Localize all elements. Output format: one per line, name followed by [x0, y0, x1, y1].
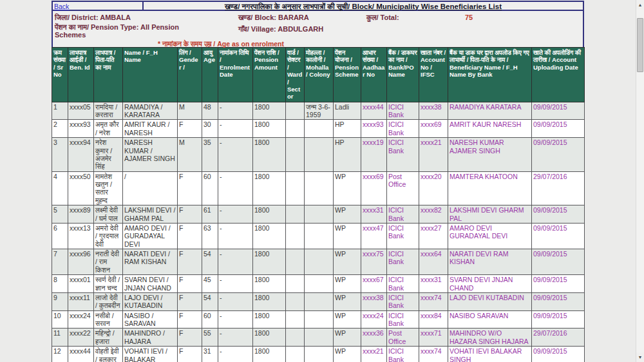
table-cell: 7 — [52, 249, 68, 275]
table-cell: 09/09/2015 — [532, 275, 585, 293]
table-cell: - — [218, 171, 253, 205]
table-cell: HP — [334, 120, 361, 138]
scroll-up-icon[interactable]: ▲ — [636, 0, 644, 10]
table-cell: महिन्द्रो / हजारा — [94, 329, 123, 347]
table-row: 3xxxx94नरेश कुमार / अजमेर सिंहNARESH KUM… — [52, 138, 585, 172]
table-row: 1xxxx05रामदिया / करताराRAMADIYA / KARATA… — [52, 102, 585, 120]
table-cell: WP — [334, 249, 361, 275]
table-cell — [286, 310, 305, 329]
table-cell — [286, 102, 305, 120]
table-cell — [286, 223, 305, 249]
table-cell — [305, 292, 334, 310]
table-cell: xxxx82 — [419, 205, 448, 224]
table-cell: MAHINDRO / HAJARA — [123, 329, 178, 347]
table-cell — [286, 120, 305, 138]
table-cell: - — [218, 102, 253, 120]
table-cell: AMRIT KAUR NARESH — [448, 120, 532, 138]
table-cell: ICICI Bank — [387, 292, 419, 310]
block-label: खण्ड/ Block: — [238, 14, 276, 21]
table-cell: xxxx44 — [361, 102, 387, 120]
table-cell: 61 — [202, 205, 218, 224]
table-cell — [286, 171, 305, 205]
table-cell: xxxx93 — [361, 120, 387, 138]
table-cell: 63 — [202, 223, 218, 249]
table-cell: RAMADIYA KARATARA — [448, 102, 532, 120]
table-row: 7xxxx96नराती देवी / राम किशनNARATI DEVI … — [52, 249, 585, 275]
scrollbar-thumb[interactable] — [637, 18, 643, 72]
table-cell: LAJO DEVI / KUTABADIN — [123, 292, 178, 310]
table-cell: 48 — [202, 102, 218, 120]
table-cell: 5 — [52, 205, 68, 224]
table-cell — [286, 249, 305, 275]
table-cell: F — [178, 310, 202, 329]
table-cell: WP — [334, 205, 361, 224]
table-cell: F — [178, 205, 202, 224]
page-content: Back खण्ड/ नगरपालिका के अनुसार लाभपात्रो… — [52, 1, 584, 362]
table-cell: xxxx27 — [419, 223, 448, 249]
table-cell: 12 — [52, 347, 68, 362]
table-cell: 55 — [202, 329, 218, 347]
table-row: 9xxxx11लाजो देवी / कुतबदीनLAJO DEVI / KU… — [52, 292, 585, 310]
table-cell: xxxx74 — [419, 347, 448, 362]
table-cell: xxxx31 — [419, 275, 448, 293]
table-cell: 45 — [202, 275, 218, 293]
table-cell: xxxx20 — [419, 171, 448, 205]
table-cell: ICICI Bank — [387, 138, 419, 172]
table-cell: 09/09/2015 — [532, 292, 585, 310]
table-cell: WP — [334, 292, 361, 310]
column-header-11: पेंशन योजना / Pension Scheme — [334, 48, 361, 102]
table-cell: AMARO DEVI / GURADAYAL DEVI — [123, 223, 178, 249]
table-cell: 1800 — [253, 171, 286, 205]
column-header-1: क्रम संख्या / Sr No — [52, 48, 68, 102]
table-cell: SVARN DEVI / JNJAN CHAND — [123, 275, 178, 293]
column-header-6: आयु Age — [202, 48, 218, 102]
table-cell: - — [218, 292, 253, 310]
table-cell — [286, 347, 305, 362]
table-cell — [286, 329, 305, 347]
district-field: जिला/ District: AMBALA — [55, 14, 131, 21]
column-header-9: वार्ड / सेक्टर / Ward / Sector — [286, 48, 305, 102]
table-cell: ICICI Bank — [387, 310, 419, 329]
column-header-3: लाभपात्र / पिता-पति का नाम — [94, 48, 123, 102]
table-cell: LAKSHMI DEVI GHARM PAL — [448, 205, 532, 224]
table-cell: 35 — [202, 138, 218, 172]
table-cell: लाजो देवी / कुतबदीन — [94, 292, 123, 310]
table-cell — [305, 249, 334, 275]
table-cell: 1800 — [253, 329, 286, 347]
column-header-13: बैंक / डाकघर का नाम / Bank/PO Name — [387, 48, 419, 102]
table-cell: 09/09/2015 — [532, 249, 585, 275]
vertical-scrollbar[interactable]: ▲ ▼ — [636, 0, 644, 362]
table-cell: LAKSHMI DEVI / GHARM PAL — [123, 205, 178, 224]
table-cell: NARESH KUMAR AJAMER SINGH — [448, 138, 532, 172]
scroll-down-icon[interactable]: ▼ — [636, 352, 644, 362]
table-cell: - — [218, 205, 253, 224]
table-cell: MAHINDRO W/O HAZARA SINGH HAJARA — [448, 329, 532, 347]
table-cell: ICICI Bank — [387, 275, 419, 293]
total-value: 75 — [465, 14, 473, 21]
table-cell: NARESH KUMAR / AJAMER SINGH — [123, 138, 178, 172]
table-cell — [305, 120, 334, 138]
back-link[interactable]: Back — [54, 3, 69, 10]
table-cell: अमरो देवी / गुरदयाल देवी — [94, 223, 123, 249]
table-cell — [286, 138, 305, 172]
table-cell: वोहती इेवी / बलकार — [94, 347, 123, 362]
table-cell: WP — [334, 347, 361, 362]
table-cell: - — [218, 275, 253, 293]
table-cell: HP — [334, 138, 361, 172]
table-cell: xxxx24 — [68, 310, 94, 329]
table-cell: xxxx69 — [419, 120, 448, 138]
table-cell: जन्म 3-6-1959 — [305, 102, 334, 120]
table-cell: WP — [334, 171, 361, 205]
table-cell: ICICI Bank — [387, 120, 419, 138]
table-cell: - — [218, 249, 253, 275]
table-cell: xxxx22 — [68, 329, 94, 347]
table-cell: xxxx67 — [361, 275, 387, 293]
table-cell: 29/07/2016 — [532, 171, 585, 205]
table-cell: 11 — [52, 329, 68, 347]
table-cell: 29/07/2016 — [532, 329, 585, 347]
table-cell: xxxx84 — [419, 310, 448, 329]
table-cell — [286, 275, 305, 293]
table-cell: - — [218, 138, 253, 172]
table-cell: ICICI Bank — [387, 102, 419, 120]
table-cell: xxxx05 — [68, 102, 94, 120]
